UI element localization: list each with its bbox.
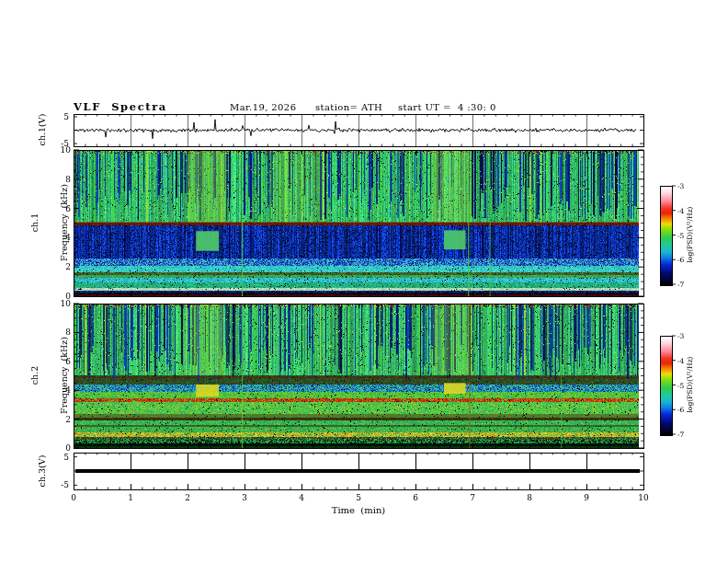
ch1-frequency-axis-label-line1: ch.1	[30, 184, 40, 261]
ch1-frequency-axis-label-line2: Frequency (kHz)	[60, 184, 70, 261]
colorbar-tick-label: -4	[677, 206, 684, 214]
figure-title: VLF Spectra	[74, 100, 167, 113]
freq-tick-label: 4	[65, 385, 71, 395]
freq-tick-label: 6	[65, 357, 71, 366]
freq-tick-label: 10	[61, 299, 71, 308]
ch1-voltage-axis-label: ch.1(V)	[38, 114, 48, 146]
volt-tick-label: 5	[63, 112, 69, 121]
freq-tick-label: 2	[65, 262, 71, 271]
time-tick-label: 0	[71, 493, 76, 502]
time-tick-label: 9	[584, 493, 589, 502]
colorbar-tick-label: -6	[677, 406, 684, 414]
time-tick-label: 10	[638, 493, 648, 502]
freq-tick-label: 8	[65, 327, 71, 337]
time-tick-label: 7	[470, 493, 475, 502]
colorbar-tick-label: -5	[677, 231, 684, 239]
colorbar-tick-label: -7	[677, 281, 684, 289]
freq-tick-label: 2	[65, 415, 71, 424]
time-axis-label: Time (min)	[332, 505, 386, 515]
ch1-spectrogram-canvas	[74, 150, 639, 296]
time-tick-label: 5	[356, 493, 361, 502]
time-tick-label: 6	[413, 493, 418, 502]
freq-tick-label: 8	[65, 175, 71, 184]
ch2-frequency-axis-label-line2: Frequency (kHz)	[60, 337, 70, 414]
volt-tick-label: -5	[61, 139, 69, 148]
colorbar-tick-label: -6	[677, 256, 684, 264]
ch2-spectrogram-canvas	[74, 304, 639, 448]
volt-tick-label: 5	[63, 453, 69, 462]
vlf-spectra-figure: VLF Spectra Mar.19, 2026 station= ATH st…	[0, 0, 728, 563]
date-label: Mar.19, 2026	[230, 102, 296, 112]
ch1-frequency-axis-label: ch.1 Frequency (kHz)	[11, 184, 88, 261]
time-tick-label: 3	[242, 493, 247, 502]
ch2-frequency-axis-label-line1: ch.2	[30, 337, 40, 414]
colorbar-ch1-label: log(PSD)(V²/Hz)	[686, 206, 696, 262]
start-ut-label: start UT = 4 :30: 0	[398, 102, 496, 112]
colorbar-ch1	[660, 186, 673, 286]
ch3-voltage-axis-label: ch.3(V)	[38, 455, 48, 488]
colorbar-tick-label: -3	[677, 332, 684, 340]
ch2-frequency-axis-label: ch.2 Frequency (kHz)	[11, 337, 88, 414]
freq-tick-label: 6	[65, 204, 71, 213]
colorbar-ch2	[660, 336, 673, 436]
station-label: station= ATH	[315, 102, 382, 112]
freq-tick-label: 0	[65, 443, 71, 453]
colorbar-tick-label: -4	[677, 356, 684, 364]
time-tick-label: 2	[185, 493, 190, 502]
volt-tick-label: -5	[61, 480, 69, 489]
freq-tick-label: 4	[65, 233, 71, 242]
colorbar-tick-label: -7	[677, 431, 684, 439]
colorbar-ch2-label: log(PSD)(V²/Hz)	[686, 356, 696, 412]
colorbar-tick-label: -3	[677, 182, 684, 190]
time-tick-label: 8	[527, 493, 532, 502]
time-tick-label: 4	[299, 493, 304, 502]
time-tick-label: 1	[128, 493, 133, 502]
colorbar-tick-label: -5	[677, 381, 684, 389]
